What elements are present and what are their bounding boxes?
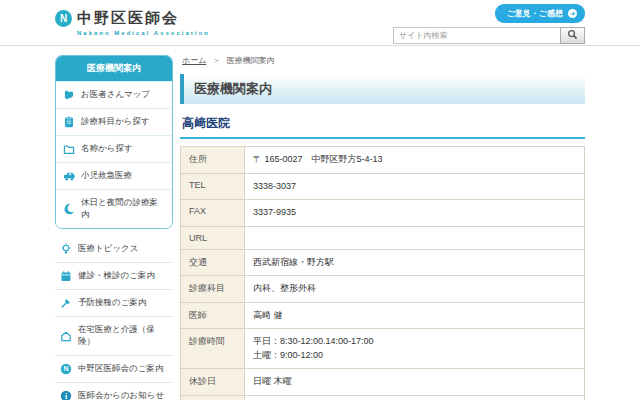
clinic-details-table: 住所〒 165-0027 中野区野方5-4-13TEL3338-3037FAX3… [180,146,585,400]
table-row: 休診日日曜 木曜 [181,369,585,396]
detail-value: 〒 165-0027 中野区野方5-4-13 [245,147,585,174]
moon-icon [62,203,76,215]
breadcrumb-current: 医療機関案内 [227,56,275,65]
detail-value: 3338-3037 [245,173,585,200]
ambulance-icon [62,170,76,182]
sidebar-item-label: お医者さんマップ [81,89,150,101]
sidebar-primary-menu: お医者さんマップ診療科目から探す名称から探す小児救急医療休日と夜間の診療案内 [56,81,172,228]
detail-value: 社保 国保 生保 自費 [245,395,585,400]
association-logo-icon: N [55,10,72,27]
detail-label: 交通 [181,249,245,276]
table-row: 医師高﨑 健 [181,302,585,329]
site-search [393,27,585,44]
table-row: 保険社保 国保 生保 自費 [181,395,585,400]
sidebar-item[interactable]: 在宅医療と介護（保険） [55,317,173,356]
sidebar-item[interactable]: お医者さんマップ [56,81,172,108]
table-row: FAX3337-9935 [181,200,585,227]
folder-icon [62,143,76,155]
magnifier-icon [567,28,578,43]
info-icon: i [59,390,73,400]
site-header: N 中野区医師会 Nakano Medical Association ご意見・… [0,0,640,46]
sidebar-item-label: 診療科目から探す [81,116,150,128]
table-row: TEL3338-3037 [181,173,585,200]
sidebar-item[interactable]: 医療トピックス [55,236,173,263]
sidebar-item-label: 医療トピックス [78,243,139,255]
detail-value [245,226,585,249]
detail-value: 高﨑 健 [245,302,585,329]
table-row: 診療時間平日：8:30-12:00.14:00-17:00 土曜：9:00-12… [181,329,585,369]
detail-label: 医師 [181,302,245,329]
site-logo[interactable]: N 中野区医師会 Nakano Medical Association [55,0,210,45]
arrow-circle-icon: ➜ [568,9,577,18]
lightbulb-icon [59,243,73,255]
main-content: ホーム ＞ 医療機関案内 医療機関案内 高﨑医院 住所〒 165-0027 中野… [180,55,585,400]
detail-label: 休診日 [181,369,245,396]
association-logo-icon: N [59,363,73,375]
sidebar-item[interactable]: i医師会からのお知らせ [55,383,173,400]
syringe-icon [59,297,73,309]
sidebar-item-label: 健診・検診のご案内 [78,270,155,282]
sidebar-item[interactable]: 健診・検診のご案内 [55,263,173,290]
detail-label: 保険 [181,395,245,400]
site-subtitle: Nakano Medical Association [77,30,210,36]
page: N 中野区医師会 Nakano Medical Association ご意見・… [0,0,640,400]
sidebar-item-label: 予防接種のご案内 [78,297,146,309]
detail-value: 平日：8:30-12:00.14:00-17:00 土曜：9:00-12:00 [245,329,585,369]
home-icon [59,330,73,342]
detail-value: 西武新宿線・野方駅 [245,249,585,276]
sidebar-item[interactable]: N中野区医師会のご案内 [55,356,173,383]
table-row: 交通西武新宿線・野方駅 [181,249,585,276]
sidebar-item[interactable]: 小児救急医療 [56,162,172,189]
table-row: 診療科目内科、整形外科 [181,276,585,303]
breadcrumb: ホーム ＞ 医療機関案内 [182,55,585,66]
breadcrumb-separator: ＞ [213,56,221,65]
sidebar-item[interactable]: 休日と夜間の診療案内 [56,189,172,228]
breadcrumb-home-link[interactable]: ホーム [182,56,206,65]
sidebar-item[interactable]: 診療科目から探す [56,108,172,135]
clipboard-icon [62,116,76,128]
sidebar-item[interactable]: 名称から探す [56,135,172,162]
feedback-button[interactable]: ご意見・ご感想 ➜ [495,4,585,23]
sidebar-item-label: 名称から探す [81,143,133,155]
table-row: 住所〒 165-0027 中野区野方5-4-13 [181,147,585,174]
sidebar-menu-box: 医療機関案内 お医者さんマップ診療科目から探す名称から探す小児救急医療休日と夜間… [55,55,173,229]
sidebar-item-label: 小児救急医療 [81,170,132,182]
detail-label: TEL [181,173,245,200]
page-title: 医療機関案内 [180,74,585,104]
feedback-button-label: ご意見・ご感想 [507,8,563,19]
sidebar-item-label: 医師会からのお知らせ [78,390,164,400]
detail-label: 診療科目 [181,276,245,303]
sidebar: 医療機関案内 お医者さんマップ診療科目から探す名称から探す小児救急医療休日と夜間… [55,55,173,400]
sidebar-item[interactable]: 予防接種のご案内 [55,290,173,317]
map-icon [62,89,76,101]
search-button[interactable] [560,27,585,44]
svg-text:N: N [64,365,69,372]
search-input[interactable] [393,27,561,44]
table-row: URL [181,226,585,249]
sidebar-secondary-menu: 医療トピックス健診・検診のご案内予防接種のご案内在宅医療と介護（保険）N中野区医… [55,236,173,400]
detail-value: 内科、整形外科 [245,276,585,303]
clinic-name: 高﨑医院 [180,113,585,139]
detail-label: 診療時間 [181,329,245,369]
detail-value: 3337-9935 [245,200,585,227]
detail-label: FAX [181,200,245,227]
sidebar-menu-title: 医療機関案内 [56,56,172,81]
calendar-icon [59,270,73,282]
sidebar-item-label: 在宅医療と介護（保険） [78,324,169,348]
sidebar-item-label: 休日と夜間の診療案内 [81,197,166,221]
detail-label: URL [181,226,245,249]
detail-label: 住所 [181,147,245,174]
detail-value: 日曜 木曜 [245,369,585,396]
site-title: 中野区医師会 [77,9,179,28]
sidebar-item-label: 中野区医師会のご案内 [78,363,163,375]
